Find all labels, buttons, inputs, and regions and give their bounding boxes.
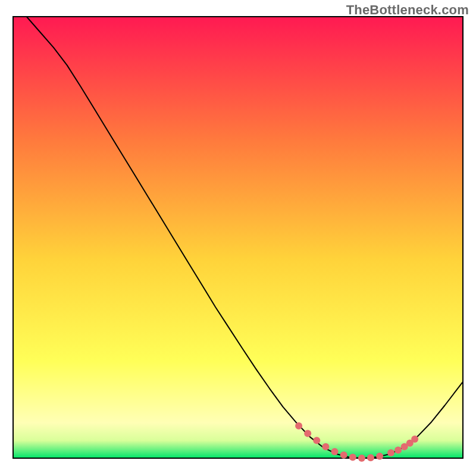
valley-marker [394, 447, 402, 454]
valley-marker [387, 449, 394, 456]
watermark-text: TheBottleneck.com [346, 2, 469, 18]
valley-marker [313, 437, 320, 444]
valley-marker [322, 443, 329, 450]
valley-marker [331, 448, 339, 455]
valley-marker [367, 454, 374, 461]
valley-marker [340, 452, 347, 459]
valley-marker [349, 454, 356, 461]
valley-marker [411, 436, 418, 443]
valley-marker [376, 453, 383, 460]
valley-marker [358, 455, 365, 462]
plot-gradient-area [13, 17, 463, 458]
chart-svg [0, 0, 476, 476]
valley-marker [295, 422, 302, 430]
chart-canvas: { "watermark": "TheBottleneck.com", "col… [0, 0, 476, 476]
valley-marker [304, 430, 311, 437]
